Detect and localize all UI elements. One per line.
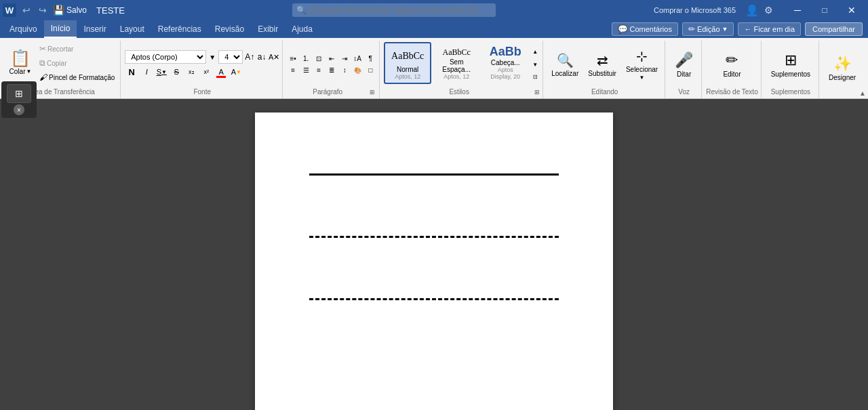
floating-close-btn[interactable]: × (14, 104, 24, 115)
line-spacing-btn[interactable]: ↕ (338, 65, 351, 76)
style-normal-btn[interactable]: AaBbCc Normal Aptos, 12 (384, 42, 431, 84)
align-left-btn[interactable]: ≡ (287, 65, 299, 76)
redo-qat-btn[interactable]: ↪ (37, 3, 49, 17)
paragraph-group: ≡• 1. ⊡ ⇤ ⇥ ↕A ¶ ≡ ☰ ≡ ≣ ↕ 🎨 (284, 41, 380, 98)
justify-btn[interactable]: ≣ (326, 65, 338, 76)
styles-scroll-btns[interactable]: ▲ ▼ ⊡ (530, 42, 540, 87)
editor-button[interactable]: ✏ Editor (717, 45, 746, 84)
editing-label: Editando (547, 87, 662, 97)
ditar-button[interactable]: 🎤 Ditar (669, 45, 698, 84)
settings-icon[interactable]: ⚙ (764, 5, 773, 16)
font-size-decrease-btn[interactable]: a↓ (256, 52, 267, 62)
tab-exibir[interactable]: Exibir (251, 20, 285, 38)
designer-label (823, 94, 861, 97)
show-marks-btn[interactable]: ¶ (364, 54, 376, 64)
tab-inicio[interactable]: Início (44, 20, 77, 38)
styles-group: AaBbCc Normal Aptos, 12 AaBbCc Sem Espaç… (381, 41, 543, 98)
line-solid (309, 173, 559, 176)
font-name-select[interactable]: Aptos (Corpo) (125, 50, 206, 64)
editing-mode-button[interactable]: ✏ Edição ▼ (682, 22, 734, 36)
tab-layout[interactable]: Layout (113, 20, 151, 38)
account-icon[interactable]: 👤 (745, 4, 759, 17)
tab-inserir[interactable]: Inserir (77, 20, 113, 38)
document-area (0, 99, 868, 410)
clear-format-btn[interactable]: A✕ (269, 52, 279, 62)
shading-btn[interactable]: 🎨 (351, 65, 363, 76)
font-highlight-btn[interactable]: A▼ (229, 65, 243, 79)
editor-review-group: ✏ Editor Revisão de Texto (703, 41, 762, 98)
align-center-btn[interactable]: ☰ (300, 65, 312, 76)
document-page[interactable] (255, 112, 613, 410)
underline-button[interactable]: S▼ (155, 65, 168, 79)
tab-arquivo[interactable]: Arquivo (3, 20, 44, 38)
italic-button[interactable]: I (140, 65, 153, 79)
content-area: ⊞ × (0, 99, 868, 410)
bold-button[interactable]: N (125, 65, 138, 79)
window-maximize-btn[interactable]: □ (811, 1, 838, 20)
font-size-increase-btn[interactable]: A↑ (244, 52, 255, 62)
font-color-btn[interactable]: A (214, 65, 228, 79)
style-heading-btn[interactable]: AaBb Cabeça... Aptos Display, 20 (481, 42, 529, 84)
tab-referencias[interactable]: Referências (151, 20, 208, 38)
suplementos-button[interactable]: ⊞ Suplementos (766, 45, 816, 84)
font-size-select[interactable]: 45 (218, 50, 243, 64)
app-window: W ↩ ↪ 💾 Salvo TESTE 🔍 Comprar o Microsof… (0, 0, 868, 410)
save-status[interactable]: 💾 Salvo (53, 5, 87, 16)
editor-review-label: Revisão de Texto (706, 87, 758, 97)
bullet-list-btn[interactable]: ≡• (287, 54, 299, 64)
paragraph-label: Parágrafo (287, 87, 368, 97)
replace-button[interactable]: ⇄ Substituir (584, 45, 620, 84)
copy-button[interactable]: ⧉ Copiar (37, 56, 117, 70)
align-right-btn[interactable]: ≡ (313, 65, 325, 76)
tab-revisao[interactable]: Revisão (208, 20, 251, 38)
indent-increase-btn[interactable]: ⇥ (338, 54, 351, 64)
search-input[interactable] (292, 3, 496, 17)
style-nospace-btn[interactable]: AaBbCc Sem Espaça... Aptos, 12 (433, 42, 480, 84)
spacer-1 (309, 178, 559, 236)
line-1-wrapper (309, 173, 559, 176)
undo-qat-btn[interactable]: ↩ (20, 3, 33, 17)
numbered-list-btn[interactable]: 1. (300, 54, 312, 64)
designer-button[interactable]: ✨ Designer (823, 49, 861, 88)
format-painter-button[interactable]: 🖌 Pincel de Formatação (37, 70, 117, 84)
line-dashed-2 (309, 298, 559, 300)
editing-group: 🔍 Localizar ⇄ Substituir ⊹ Selecionar ▼ … (545, 41, 665, 98)
share-button[interactable]: Compartilhar (805, 22, 863, 36)
spacer-2 (309, 241, 559, 298)
ribbon: 📋 Colar ▼ ✂ Recortar ⧉ Copiar (0, 38, 868, 99)
paragraph-expand-btn[interactable]: ⊞ (368, 88, 376, 96)
styles-label: Estilos (384, 87, 534, 97)
window-minimize-btn[interactable]: ─ (784, 1, 811, 20)
ms365-button[interactable]: Comprar o Microsoft 365 (650, 5, 740, 16)
borders-btn[interactable]: □ (364, 65, 376, 76)
line-dashed-1 (309, 236, 559, 238)
multilevel-list-btn[interactable]: ⊡ (313, 54, 325, 64)
floating-grid-btn[interactable]: ⊞ (7, 99, 31, 103)
subscript-button[interactable]: x₂ (184, 65, 198, 79)
find-button[interactable]: 🔍 Localizar (547, 45, 583, 84)
collapse-ribbon-btn[interactable]: ▲ (857, 87, 868, 98)
stay-current-button[interactable]: ← Ficar em dia (738, 22, 801, 36)
tab-ajuda[interactable]: Ajuda (285, 20, 319, 38)
indent-decrease-btn[interactable]: ⇤ (326, 54, 338, 64)
addins-group: ⊞ Suplementos Suplementos (763, 41, 819, 98)
filename: TESTE (96, 5, 125, 16)
addins-label: Suplementos (766, 87, 816, 97)
paste-button[interactable]: 📋 Colar ▼ (5, 42, 35, 81)
comments-button[interactable]: 💬 Comentários (612, 22, 678, 36)
cut-button[interactable]: ✂ Recortar (37, 42, 117, 56)
superscript-button[interactable]: x² (199, 65, 213, 79)
floating-toolbar: ⊞ × (1, 99, 37, 118)
window-close-btn[interactable]: ✕ (838, 1, 865, 20)
voice-group: 🎤 Ditar Voz (667, 41, 702, 98)
sort-btn[interactable]: ↕A (351, 54, 363, 64)
font-label: Fonte (125, 87, 279, 97)
title-bar: W ↩ ↪ 💾 Salvo TESTE 🔍 Comprar o Microsof… (0, 0, 868, 20)
strikethrough-button[interactable]: S (170, 65, 183, 79)
font-expand-btn[interactable]: ▼ (208, 54, 217, 61)
line-3-wrapper (309, 298, 559, 300)
select-button[interactable]: ⊹ Selecionar ▼ (622, 45, 662, 84)
line-2-wrapper (309, 236, 559, 238)
voice-label: Voz (669, 87, 698, 97)
styles-expand-btn[interactable]: ⊞ (534, 89, 540, 96)
